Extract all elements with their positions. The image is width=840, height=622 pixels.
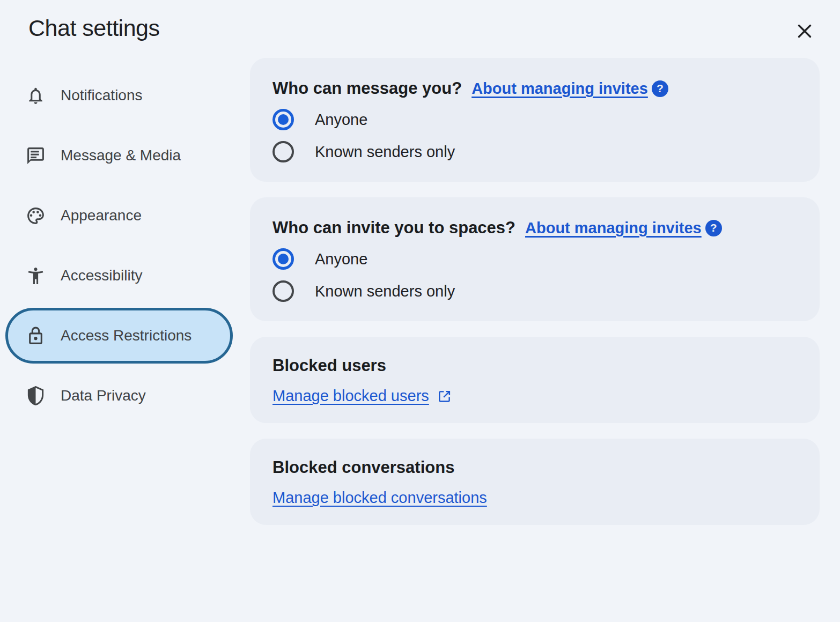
- panel-blocked-conversations: Blocked conversations Manage blocked con…: [250, 439, 820, 525]
- help-icon[interactable]: ?: [705, 220, 722, 236]
- sidebar-item-label: Accessibility: [61, 267, 142, 284]
- about-managing-invites-link[interactable]: About managing invites: [471, 77, 648, 100]
- lock-icon: [26, 326, 46, 346]
- manage-blocked-users-link[interactable]: Manage blocked users: [272, 387, 429, 405]
- radio-unselected-icon: [272, 141, 294, 162]
- sidebar-item-accessibility[interactable]: Accessibility: [5, 248, 233, 303]
- sidebar-item-label: Notifications: [61, 87, 143, 104]
- close-button[interactable]: [793, 19, 816, 43]
- sidebar-item-notifications[interactable]: Notifications: [5, 68, 233, 123]
- sidebar-item-access-restrictions[interactable]: Access Restrictions: [5, 308, 233, 364]
- close-icon: [795, 21, 814, 41]
- panel-heading: Who can invite you to spaces?: [272, 216, 515, 240]
- radio-selected-icon: [272, 248, 294, 270]
- radio-option-label: Anyone: [315, 250, 367, 268]
- panel-who-can-invite: Who can invite you to spaces? About mana…: [250, 197, 820, 321]
- radio-option-label: Anyone: [315, 111, 367, 129]
- page-title: Chat settings: [28, 15, 159, 41]
- sidebar-item-message-media[interactable]: Message & Media: [5, 128, 233, 183]
- help-icon[interactable]: ?: [652, 80, 668, 97]
- radio-unselected-icon: [272, 280, 294, 302]
- radio-option-known-senders[interactable]: Known senders only: [272, 280, 797, 302]
- about-managing-invites-link[interactable]: About managing invites: [525, 216, 702, 240]
- sidebar-item-appearance[interactable]: Appearance: [5, 188, 233, 243]
- radio-option-label: Known senders only: [315, 143, 455, 161]
- panel-blocked-users: Blocked users Manage blocked users: [250, 337, 820, 423]
- sidebar-item-label: Message & Media: [61, 147, 181, 164]
- settings-content: Who can message you? About managing invi…: [250, 58, 820, 540]
- sidebar-item-label: Data Privacy: [61, 387, 146, 404]
- manage-blocked-conversations-link[interactable]: Manage blocked conversations: [272, 489, 487, 507]
- sidebar-item-data-privacy[interactable]: Data Privacy: [5, 368, 233, 424]
- radio-option-anyone[interactable]: Anyone: [272, 109, 797, 130]
- chat-bubble-icon: [26, 146, 46, 166]
- open-in-new-icon[interactable]: [437, 389, 452, 404]
- panel-heading: Who can message you?: [272, 77, 462, 100]
- radio-selected-icon: [272, 109, 294, 130]
- sidebar-item-label: Appearance: [61, 207, 142, 224]
- radio-option-known-senders[interactable]: Known senders only: [272, 141, 797, 162]
- sidebar-item-label: Access Restrictions: [61, 327, 191, 344]
- radio-option-label: Known senders only: [315, 283, 455, 300]
- panel-heading: Blocked users: [272, 354, 386, 377]
- settings-sidebar: Notifications Message & Media Appearance: [5, 68, 233, 428]
- shield-icon: [26, 386, 46, 406]
- dialog-header: Chat settings: [0, 0, 840, 54]
- panel-who-can-message: Who can message you? About managing invi…: [250, 58, 820, 182]
- bell-icon: [26, 86, 46, 106]
- palette-icon: [26, 206, 46, 226]
- radio-option-anyone[interactable]: Anyone: [272, 248, 797, 270]
- panel-heading: Blocked conversations: [272, 456, 454, 479]
- accessibility-icon: [26, 266, 46, 286]
